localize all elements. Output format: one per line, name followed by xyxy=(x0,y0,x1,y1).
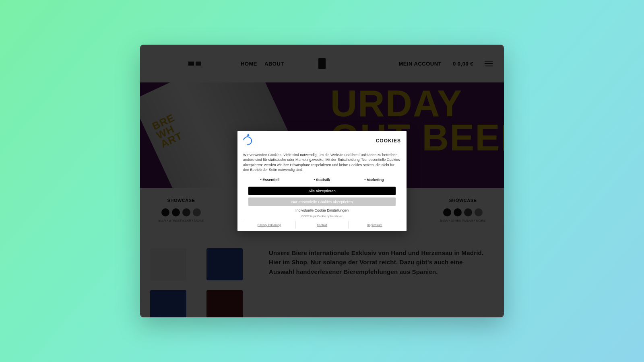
cookie-logo-icon xyxy=(242,135,254,147)
privacy-link[interactable]: Privacy Erklärung xyxy=(243,221,296,229)
cookie-dialog-title: COOKIES xyxy=(376,138,401,144)
cookie-category-marketing: Marketing xyxy=(364,178,384,182)
cookie-dialog-text: Wir verwenden Cookies. Viele sind notwen… xyxy=(243,152,401,172)
cookie-category-essential: Essentiell xyxy=(260,178,280,182)
imprint-link[interactable]: Impressum xyxy=(349,221,401,229)
cookie-categories: Essentiell Statistik Marketing xyxy=(243,178,401,182)
modal-overlay: COOKIES Wir verwenden Cookies. Viele sin… xyxy=(140,45,504,317)
accept-essential-button[interactable]: Nur Essentielle Cookies akzeptieren xyxy=(248,197,396,206)
cookie-category-statistic: Statistik xyxy=(314,178,330,182)
cookie-settings-link[interactable]: Individuelle Cookie Einstellungen xyxy=(243,208,401,212)
accept-all-button[interactable]: Alle akzeptieren xyxy=(248,187,396,195)
cookie-consent-dialog: COOKIES Wir verwenden Cookies. Viele sin… xyxy=(237,131,407,231)
contact-link[interactable]: Kontakt xyxy=(296,221,349,229)
browser-window: HOME ABOUT MEIN ACCOUNT 0 0,00 € BRE WH … xyxy=(140,45,504,317)
cookie-footer-links: Privacy Erklärung Kontakt Impressum xyxy=(243,221,401,229)
cookie-attribution: GDPR legal Cookie by beeclever xyxy=(243,215,401,218)
